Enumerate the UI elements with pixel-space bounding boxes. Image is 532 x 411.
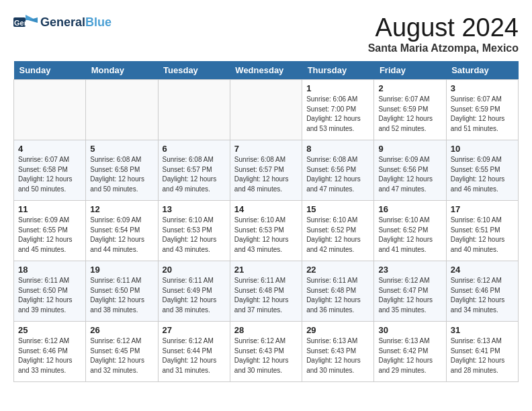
- day-detail: Sunrise: 6:08 AM Sunset: 6:58 PM Dayligh…: [90, 155, 153, 194]
- day-detail: Sunrise: 6:11 AM Sunset: 6:50 PM Dayligh…: [18, 276, 81, 315]
- calendar-cell: 14Sunrise: 6:10 AM Sunset: 6:53 PM Dayli…: [230, 201, 302, 261]
- day-number: 30: [378, 325, 441, 335]
- calendar-cell: 31Sunrise: 6:13 AM Sunset: 6:41 PM Dayli…: [446, 322, 518, 382]
- calendar-header-row: SundayMondayTuesdayWednesdayThursdayFrid…: [14, 61, 519, 80]
- day-detail: Sunrise: 6:12 AM Sunset: 6:46 PM Dayligh…: [18, 336, 81, 375]
- calendar-cell: 23Sunrise: 6:12 AM Sunset: 6:47 PM Dayli…: [374, 261, 446, 322]
- day-number: 19: [90, 265, 153, 275]
- col-header-friday: Friday: [374, 61, 446, 80]
- col-header-thursday: Thursday: [302, 61, 374, 80]
- logo: Gen GeneralBlue: [13, 13, 112, 32]
- calendar-cell: 28Sunrise: 6:12 AM Sunset: 6:43 PM Dayli…: [230, 322, 302, 382]
- day-number: 20: [163, 265, 226, 275]
- calendar-cell: [230, 80, 302, 140]
- day-detail: Sunrise: 6:12 AM Sunset: 6:45 PM Dayligh…: [90, 336, 153, 375]
- calendar-cell: 4Sunrise: 6:07 AM Sunset: 6:58 PM Daylig…: [14, 140, 86, 201]
- day-number: 9: [378, 144, 441, 154]
- page-header: Gen GeneralBlue August 2024 Santa Maria …: [13, 13, 519, 54]
- day-detail: Sunrise: 6:09 AM Sunset: 6:55 PM Dayligh…: [18, 216, 81, 255]
- day-detail: Sunrise: 6:11 AM Sunset: 6:50 PM Dayligh…: [90, 276, 153, 315]
- calendar-cell: [86, 80, 158, 140]
- day-detail: Sunrise: 6:11 AM Sunset: 6:48 PM Dayligh…: [306, 276, 369, 315]
- day-number: 23: [378, 265, 441, 275]
- calendar-cell: 11Sunrise: 6:09 AM Sunset: 6:55 PM Dayli…: [14, 201, 86, 261]
- day-detail: Sunrise: 6:09 AM Sunset: 6:55 PM Dayligh…: [451, 155, 514, 194]
- day-number: 15: [306, 204, 369, 214]
- day-number: 5: [90, 144, 153, 154]
- calendar-cell: 5Sunrise: 6:08 AM Sunset: 6:58 PM Daylig…: [86, 140, 158, 201]
- day-number: 4: [18, 144, 81, 154]
- day-detail: Sunrise: 6:13 AM Sunset: 6:42 PM Dayligh…: [378, 336, 441, 375]
- calendar-cell: 15Sunrise: 6:10 AM Sunset: 6:52 PM Dayli…: [302, 201, 374, 261]
- calendar-cell: 3Sunrise: 6:07 AM Sunset: 6:59 PM Daylig…: [446, 80, 518, 140]
- day-number: 29: [306, 325, 369, 335]
- location-subtitle: Santa Maria Atzompa, Mexico: [368, 42, 519, 54]
- day-detail: Sunrise: 6:12 AM Sunset: 6:43 PM Dayligh…: [234, 336, 298, 375]
- calendar-cell: 16Sunrise: 6:10 AM Sunset: 6:52 PM Dayli…: [374, 201, 446, 261]
- day-number: 3: [451, 83, 514, 93]
- day-number: 21: [234, 265, 298, 275]
- calendar-cell: 1Sunrise: 6:06 AM Sunset: 7:00 PM Daylig…: [302, 80, 374, 140]
- day-detail: Sunrise: 6:08 AM Sunset: 6:56 PM Dayligh…: [306, 155, 369, 194]
- day-number: 6: [163, 144, 226, 154]
- calendar-week-row: 11Sunrise: 6:09 AM Sunset: 6:55 PM Dayli…: [14, 201, 519, 261]
- month-year-title: August 2024: [368, 13, 519, 42]
- calendar-cell: 2Sunrise: 6:07 AM Sunset: 6:59 PM Daylig…: [374, 80, 446, 140]
- day-detail: Sunrise: 6:12 AM Sunset: 6:44 PM Dayligh…: [163, 336, 226, 375]
- calendar-cell: 19Sunrise: 6:11 AM Sunset: 6:50 PM Dayli…: [86, 261, 158, 322]
- day-number: 18: [18, 265, 81, 275]
- day-number: 10: [451, 144, 514, 154]
- calendar-cell: 7Sunrise: 6:08 AM Sunset: 6:57 PM Daylig…: [230, 140, 302, 201]
- calendar-week-row: 1Sunrise: 6:06 AM Sunset: 7:00 PM Daylig…: [14, 80, 519, 140]
- day-number: 17: [451, 204, 514, 214]
- day-number: 8: [306, 144, 369, 154]
- day-detail: Sunrise: 6:10 AM Sunset: 6:52 PM Dayligh…: [378, 216, 441, 255]
- calendar-week-row: 4Sunrise: 6:07 AM Sunset: 6:58 PM Daylig…: [14, 140, 519, 201]
- calendar-table: SundayMondayTuesdayWednesdayThursdayFrid…: [13, 61, 519, 382]
- day-number: 28: [234, 325, 298, 335]
- day-number: 12: [90, 204, 153, 214]
- day-number: 31: [451, 325, 514, 335]
- day-number: 25: [18, 325, 81, 335]
- calendar-cell: 8Sunrise: 6:08 AM Sunset: 6:56 PM Daylig…: [302, 140, 374, 201]
- day-detail: Sunrise: 6:08 AM Sunset: 6:57 PM Dayligh…: [163, 155, 226, 194]
- logo-general: General: [40, 15, 85, 29]
- day-detail: Sunrise: 6:12 AM Sunset: 6:47 PM Dayligh…: [378, 276, 441, 315]
- logo-icon: Gen: [13, 13, 38, 32]
- calendar-cell: 26Sunrise: 6:12 AM Sunset: 6:45 PM Dayli…: [86, 322, 158, 382]
- calendar-week-row: 25Sunrise: 6:12 AM Sunset: 6:46 PM Dayli…: [14, 322, 519, 382]
- day-detail: Sunrise: 6:08 AM Sunset: 6:57 PM Dayligh…: [234, 155, 298, 194]
- calendar-cell: 27Sunrise: 6:12 AM Sunset: 6:44 PM Dayli…: [158, 322, 230, 382]
- day-detail: Sunrise: 6:11 AM Sunset: 6:48 PM Dayligh…: [234, 276, 298, 315]
- col-header-monday: Monday: [86, 61, 158, 80]
- day-detail: Sunrise: 6:09 AM Sunset: 6:54 PM Dayligh…: [90, 216, 153, 255]
- calendar-cell: 24Sunrise: 6:12 AM Sunset: 6:46 PM Dayli…: [446, 261, 518, 322]
- day-number: 27: [163, 325, 226, 335]
- calendar-cell: 20Sunrise: 6:11 AM Sunset: 6:49 PM Dayli…: [158, 261, 230, 322]
- calendar-cell: 6Sunrise: 6:08 AM Sunset: 6:57 PM Daylig…: [158, 140, 230, 201]
- day-number: 26: [90, 325, 153, 335]
- title-section: August 2024 Santa Maria Atzompa, Mexico: [368, 13, 519, 54]
- day-detail: Sunrise: 6:07 AM Sunset: 6:59 PM Dayligh…: [451, 95, 514, 134]
- day-detail: Sunrise: 6:11 AM Sunset: 6:49 PM Dayligh…: [163, 276, 226, 315]
- day-detail: Sunrise: 6:13 AM Sunset: 6:41 PM Dayligh…: [451, 336, 514, 375]
- calendar-cell: [14, 80, 86, 140]
- day-detail: Sunrise: 6:07 AM Sunset: 6:58 PM Dayligh…: [18, 155, 81, 194]
- calendar-cell: 13Sunrise: 6:10 AM Sunset: 6:53 PM Dayli…: [158, 201, 230, 261]
- calendar-cell: 22Sunrise: 6:11 AM Sunset: 6:48 PM Dayli…: [302, 261, 374, 322]
- day-detail: Sunrise: 6:09 AM Sunset: 6:56 PM Dayligh…: [378, 155, 441, 194]
- calendar-cell: 30Sunrise: 6:13 AM Sunset: 6:42 PM Dayli…: [374, 322, 446, 382]
- day-detail: Sunrise: 6:13 AM Sunset: 6:43 PM Dayligh…: [306, 336, 369, 375]
- calendar-cell: 25Sunrise: 6:12 AM Sunset: 6:46 PM Dayli…: [14, 322, 86, 382]
- day-number: 14: [234, 204, 298, 214]
- col-header-tuesday: Tuesday: [158, 61, 230, 80]
- day-number: 11: [18, 204, 81, 214]
- calendar-cell: 12Sunrise: 6:09 AM Sunset: 6:54 PM Dayli…: [86, 201, 158, 261]
- day-detail: Sunrise: 6:07 AM Sunset: 6:59 PM Dayligh…: [378, 95, 441, 134]
- calendar-week-row: 18Sunrise: 6:11 AM Sunset: 6:50 PM Dayli…: [14, 261, 519, 322]
- logo-blue: Blue: [85, 15, 112, 29]
- day-detail: Sunrise: 6:06 AM Sunset: 7:00 PM Dayligh…: [306, 95, 369, 134]
- col-header-saturday: Saturday: [446, 61, 518, 80]
- day-number: 1: [306, 83, 369, 93]
- day-detail: Sunrise: 6:12 AM Sunset: 6:46 PM Dayligh…: [451, 276, 514, 315]
